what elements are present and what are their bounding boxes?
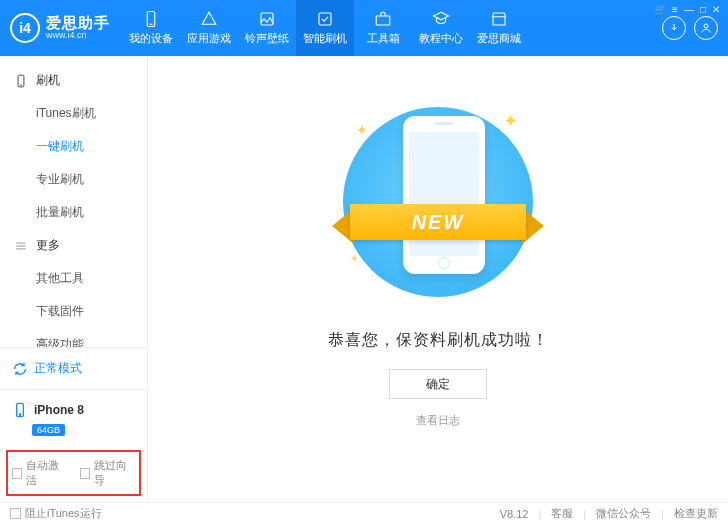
store-icon bbox=[490, 10, 508, 28]
ok-button[interactable]: 确定 bbox=[389, 369, 487, 399]
main-tabs: 我的设备 应用游戏 铃声壁纸 智能刷机 工具箱 教程中心 爱思商城 bbox=[122, 0, 652, 56]
tab-toolbox[interactable]: 工具箱 bbox=[354, 0, 412, 56]
toolbox-icon bbox=[374, 10, 392, 28]
sidebar-item-download-firmware[interactable]: 下载固件 bbox=[0, 295, 147, 328]
tab-flash[interactable]: 智能刷机 bbox=[296, 0, 354, 56]
checkbox-block-itunes[interactable]: 阻止iTunes运行 bbox=[10, 506, 102, 521]
maximize-icon[interactable]: □ bbox=[700, 4, 706, 15]
checkbox-label: 跳过向导 bbox=[94, 458, 135, 488]
phone-graphic bbox=[403, 116, 485, 274]
sidebar-group-label: 刷机 bbox=[36, 72, 60, 89]
brand-subtitle: www.i4.cn bbox=[46, 31, 110, 41]
device-panel: 正常模式 bbox=[0, 347, 147, 389]
tab-apps[interactable]: 应用游戏 bbox=[180, 0, 238, 56]
window-controls: 🛒 ≡ — □ ✕ bbox=[654, 4, 720, 15]
sparkle-icon: ✦ bbox=[356, 122, 368, 138]
sparkle-icon: ✦ bbox=[503, 110, 518, 132]
success-message: 恭喜您，保资料刷机成功啦！ bbox=[328, 330, 549, 351]
flash-icon bbox=[316, 10, 334, 28]
device-name: iPhone 8 bbox=[34, 403, 84, 417]
status-bar: 阻止iTunes运行 V8.12 | 客服 | 微信公众号 | 检查更新 bbox=[0, 502, 728, 524]
check-update-link[interactable]: 检查更新 bbox=[674, 506, 718, 521]
device-info: iPhone 8 64GB bbox=[0, 389, 147, 444]
tab-store[interactable]: 爱思商城 bbox=[470, 0, 528, 56]
sparkle-icon: ✦ bbox=[350, 253, 358, 264]
sidebar-group-more[interactable]: 更多 bbox=[0, 229, 147, 262]
apps-icon bbox=[200, 10, 218, 28]
close-icon[interactable]: ✕ bbox=[712, 4, 720, 15]
sidebar-item-advanced[interactable]: 高级功能 bbox=[0, 328, 147, 347]
new-ribbon: NEW bbox=[332, 198, 544, 246]
user-button[interactable] bbox=[694, 16, 718, 40]
sidebar-group-label: 更多 bbox=[36, 237, 60, 254]
tutorial-icon bbox=[432, 10, 450, 28]
separator: | bbox=[661, 508, 664, 520]
brand: i4 爱思助手 www.i4.cn bbox=[0, 0, 122, 56]
device-mode-row[interactable]: 正常模式 bbox=[10, 356, 137, 381]
tab-label: 教程中心 bbox=[419, 31, 463, 46]
phone-icon bbox=[12, 402, 28, 418]
checkbox-label: 自动激活 bbox=[26, 458, 67, 488]
logo-icon: i4 bbox=[10, 13, 40, 43]
list-icon bbox=[14, 239, 28, 253]
wechat-link[interactable]: 微信公众号 bbox=[596, 506, 651, 521]
flash-options-highlighted: 自动激活 跳过向导 bbox=[6, 450, 141, 496]
version-label: V8.12 bbox=[500, 508, 529, 520]
checkbox-icon bbox=[80, 468, 90, 479]
checkbox-skip-guide[interactable]: 跳过向导 bbox=[80, 458, 136, 488]
menu-icon[interactable]: ≡ bbox=[672, 4, 678, 15]
view-log-link[interactable]: 查看日志 bbox=[416, 413, 460, 428]
tab-label: 我的设备 bbox=[129, 31, 173, 46]
sidebar-item-oneclick-flash[interactable]: 一键刷机 bbox=[0, 130, 147, 163]
sidebar-item-itunes-flash[interactable]: iTunes刷机 bbox=[0, 97, 147, 130]
sidebar: 刷机 iTunes刷机 一键刷机 专业刷机 批量刷机 更多 其他工具 下载固件 … bbox=[0, 56, 148, 502]
refresh-icon bbox=[12, 361, 28, 377]
storage-badge: 64GB bbox=[32, 424, 65, 436]
tab-my-device[interactable]: 我的设备 bbox=[122, 0, 180, 56]
minimize-icon[interactable]: — bbox=[684, 4, 694, 15]
tab-label: 工具箱 bbox=[367, 31, 400, 46]
checkbox-label: 阻止iTunes运行 bbox=[25, 506, 102, 521]
svg-point-5 bbox=[704, 24, 708, 28]
separator: | bbox=[538, 508, 541, 520]
checkbox-icon bbox=[10, 508, 21, 519]
phone-icon bbox=[14, 74, 28, 88]
success-illustration: ✦ ✦ ✦ ✦ NEW bbox=[328, 102, 548, 302]
ribbon-text: NEW bbox=[350, 204, 526, 240]
cart-icon[interactable]: 🛒 bbox=[654, 4, 666, 15]
device-icon bbox=[142, 10, 160, 28]
brand-title: 爱思助手 bbox=[46, 15, 110, 32]
sidebar-item-other-tools[interactable]: 其他工具 bbox=[0, 262, 147, 295]
checkbox-auto-activate[interactable]: 自动激活 bbox=[12, 458, 68, 488]
tab-tutorials[interactable]: 教程中心 bbox=[412, 0, 470, 56]
main-content: ✦ ✦ ✦ ✦ NEW 恭喜您，保资料刷机成功啦！ 确定 查看日志 bbox=[148, 56, 728, 502]
sidebar-item-pro-flash[interactable]: 专业刷机 bbox=[0, 163, 147, 196]
sidebar-item-batch-flash[interactable]: 批量刷机 bbox=[0, 196, 147, 229]
checkbox-icon bbox=[12, 468, 22, 479]
svg-rect-4 bbox=[376, 16, 390, 25]
tab-label: 应用游戏 bbox=[187, 31, 231, 46]
sidebar-group-flash[interactable]: 刷机 bbox=[0, 64, 147, 97]
svg-rect-3 bbox=[319, 13, 331, 25]
download-button[interactable] bbox=[662, 16, 686, 40]
tab-label: 铃声壁纸 bbox=[245, 31, 289, 46]
tab-label: 智能刷机 bbox=[303, 31, 347, 46]
separator: | bbox=[583, 508, 586, 520]
tab-ringtones[interactable]: 铃声壁纸 bbox=[238, 0, 296, 56]
device-mode-label: 正常模式 bbox=[34, 360, 82, 377]
svg-point-12 bbox=[19, 414, 20, 415]
tab-label: 爱思商城 bbox=[477, 31, 521, 46]
app-header: 🛒 ≡ — □ ✕ i4 爱思助手 www.i4.cn 我的设备 应用游戏 铃声… bbox=[0, 0, 728, 56]
device-name-row[interactable]: iPhone 8 bbox=[10, 398, 137, 422]
wallpaper-icon bbox=[258, 10, 276, 28]
support-link[interactable]: 客服 bbox=[551, 506, 573, 521]
